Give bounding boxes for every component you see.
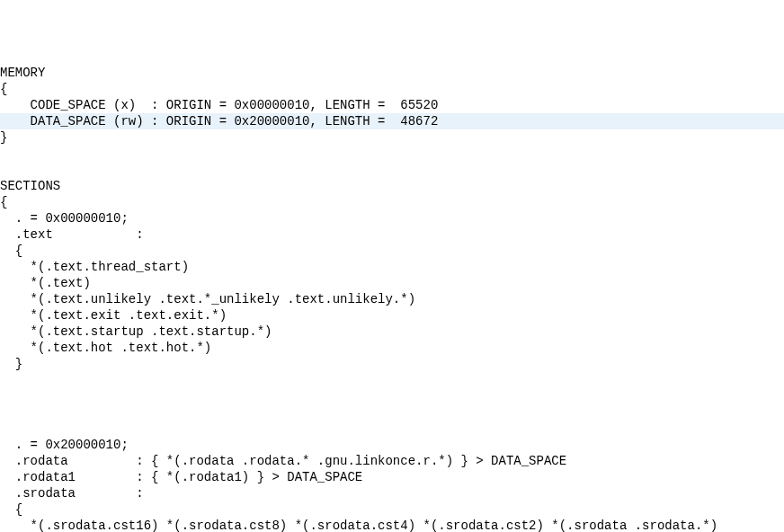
code-line: CODE_SPACE (x) : ORIGIN = 0x00000010, LE… — [0, 97, 784, 113]
code-line: } — [0, 129, 784, 146]
code-line: . = 0x00000010; — [0, 210, 784, 226]
code-line — [0, 372, 784, 388]
code-line: *(.text.thread_start) — [0, 259, 784, 275]
code-line: *(.text.unlikely .text.*_unlikely .text.… — [0, 291, 784, 307]
code-line — [0, 388, 784, 404]
code-line: .text : — [0, 226, 784, 243]
code-line: *(.text) — [0, 275, 784, 291]
code-line: SECTIONS — [0, 178, 784, 194]
code-line — [0, 404, 784, 421]
code-block: MEMORY{ CODE_SPACE (x) : ORIGIN = 0x0000… — [0, 65, 784, 532]
code-line: { — [0, 501, 784, 518]
code-line — [0, 162, 784, 178]
code-line: *(.text.startup .text.startup.*) — [0, 324, 784, 340]
code-line: .rodata : { *(.rodata .rodata.* .gnu.lin… — [0, 453, 784, 469]
code-line: .rodata1 : { *(.rodata1) } > DATA_SPACE — [0, 469, 784, 485]
code-line — [0, 421, 784, 437]
code-line: .srodata : — [0, 485, 784, 501]
code-line: { — [0, 194, 784, 210]
code-line: MEMORY — [0, 65, 784, 81]
code-line: DATA_SPACE (rw) : ORIGIN = 0x20000010, L… — [0, 113, 784, 129]
code-line: *(.text.exit .text.exit.*) — [0, 307, 784, 324]
code-line: { — [0, 243, 784, 259]
code-line: { — [0, 81, 784, 97]
code-line: *(.text.hot .text.hot.*) — [0, 340, 784, 356]
code-line: . = 0x20000010; — [0, 437, 784, 453]
code-line — [0, 146, 784, 162]
code-line: } — [0, 356, 784, 372]
code-line: *(.srodata.cst16) *(.srodata.cst8) *(.sr… — [0, 518, 784, 532]
